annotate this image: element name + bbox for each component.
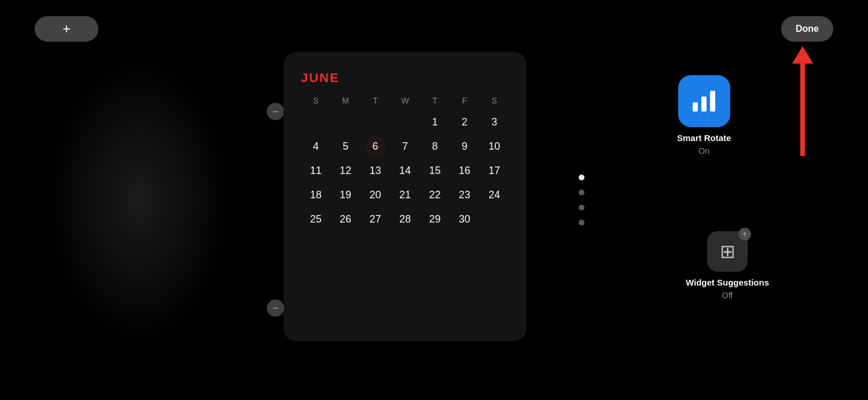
dot-1	[579, 175, 584, 180]
calendar-cell[interactable]: 10	[480, 135, 509, 157]
calendar-cell	[480, 208, 509, 230]
calendar-cell[interactable]: 18	[301, 184, 330, 206]
calendar-cell[interactable]: 25	[301, 208, 330, 230]
arrow-indicator	[792, 46, 813, 156]
calendar-cell-today[interactable]: 6	[361, 135, 390, 157]
calendar-month: JUNE	[301, 71, 509, 86]
calendar-cell[interactable]: 8	[420, 135, 450, 157]
done-button[interactable]: Done	[781, 16, 833, 42]
day-header-w: W	[390, 95, 420, 106]
calendar-grid: S M T W T F S 1 2 3 4 5 6 7	[301, 95, 509, 230]
calendar-cell[interactable]: 29	[420, 208, 450, 230]
calendar-cell[interactable]: 30	[450, 208, 479, 230]
background-glow	[46, 55, 231, 345]
calendar-cell[interactable]: 3	[480, 111, 509, 133]
calendar-cell[interactable]: 7	[390, 135, 420, 157]
calendar-cell	[390, 111, 420, 133]
calendar-cell	[361, 111, 390, 133]
smart-rotate-label: Smart Rotate	[677, 133, 731, 143]
calendar-cell[interactable]: 15	[420, 160, 450, 182]
calendar-cell[interactable]: 14	[390, 160, 420, 182]
minus-icon-bottom: −	[273, 302, 279, 314]
calendar-cell[interactable]: 5	[330, 135, 360, 157]
calendar-cell	[330, 111, 360, 133]
svg-rect-2	[710, 91, 715, 112]
add-widget-button[interactable]: +	[35, 16, 98, 42]
widget-suggestions-icon-button[interactable]: ⊞	[707, 231, 748, 272]
calendar-body: 1 2 3 4 5 6 7 8 9 10 11 12 13 14 15 16 1…	[301, 111, 509, 230]
calendar-cell[interactable]: 12	[330, 160, 360, 182]
arrow-head	[792, 46, 813, 64]
day-header-t1: T	[361, 95, 390, 106]
bars-chart-icon	[689, 86, 719, 116]
calendar-cell[interactable]: 24	[480, 184, 509, 206]
calendar-header-row: S M T W T F S	[301, 95, 509, 106]
remove-widget-top-button[interactable]: −	[267, 103, 284, 120]
calendar-cell[interactable]: 1	[420, 111, 450, 133]
calendar-cell[interactable]: 26	[330, 208, 360, 230]
day-header-f: F	[450, 95, 479, 106]
widget-suggestions-widget[interactable]: ⊞ Widget Suggestions Off	[686, 231, 769, 300]
calendar-cell[interactable]: 16	[450, 160, 479, 182]
calendar-widget: JUNE S M T W T F S 1 2 3 4	[284, 52, 527, 341]
calendar-cell[interactable]: 11	[301, 160, 330, 182]
smart-rotate-status: On	[698, 146, 709, 155]
calendar-cell[interactable]: 28	[390, 208, 420, 230]
day-header-s2: S	[480, 95, 509, 106]
calendar-cell	[301, 111, 330, 133]
page-dots	[579, 175, 584, 225]
calendar-cell[interactable]: 22	[420, 184, 450, 206]
dot-4	[579, 220, 584, 225]
minus-icon-top: −	[273, 106, 279, 118]
smart-rotate-widget[interactable]: Smart Rotate On	[677, 75, 731, 155]
calendar-cell[interactable]: 13	[361, 160, 390, 182]
calendar-inner: JUNE S M T W T F S 1 2 3 4	[284, 52, 527, 242]
calendar-cell[interactable]: 23	[450, 184, 479, 206]
smart-rotate-icon-button[interactable]	[678, 75, 730, 127]
calendar-cell[interactable]: 9	[450, 135, 479, 157]
svg-rect-1	[701, 97, 707, 112]
calendar-cell[interactable]: 19	[330, 184, 360, 206]
calendar-cell[interactable]: 27	[361, 208, 390, 230]
calendar-cell[interactable]: 4	[301, 135, 330, 157]
calendar-cell[interactable]: 2	[450, 111, 479, 133]
done-label: Done	[796, 24, 819, 34]
svg-rect-0	[693, 102, 698, 112]
calendar-cell[interactable]: 20	[361, 184, 390, 206]
widget-suggestions-label: Widget Suggestions	[686, 277, 769, 287]
day-header-s1: S	[301, 95, 330, 106]
calendar-cell[interactable]: 21	[390, 184, 420, 206]
dot-3	[579, 205, 584, 210]
day-header-m: M	[330, 95, 360, 106]
arrow-shaft	[800, 64, 805, 156]
calendar-cell[interactable]: 17	[480, 160, 509, 182]
widget-suggestions-status: Off	[722, 291, 733, 300]
dot-2	[579, 190, 584, 195]
add-icon: +	[62, 21, 71, 37]
remove-widget-bottom-button[interactable]: −	[267, 299, 284, 317]
day-header-t2: T	[420, 95, 450, 106]
page-icon: ⊞	[720, 240, 735, 262]
